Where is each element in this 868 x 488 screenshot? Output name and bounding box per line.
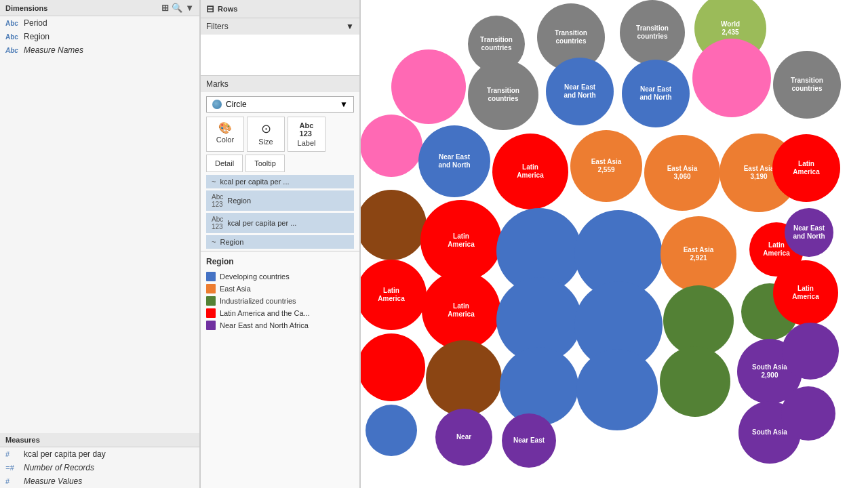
bubble-42[interactable] <box>781 386 835 441</box>
type-badge-period: Abc <box>5 20 20 27</box>
marks-header: Marks <box>201 76 359 92</box>
type-badge-measure-names: Abc <box>5 47 20 54</box>
bubble-11[interactable]: Near Eastand North <box>418 125 490 197</box>
dim-period-label: Period <box>24 18 47 28</box>
bubble-32[interactable] <box>426 340 502 416</box>
region-title: Region <box>206 257 354 266</box>
tooltip-button[interactable]: Tooltip <box>245 155 285 172</box>
bubble-13[interactable]: East Asia2,559 <box>570 130 642 202</box>
bubble-21[interactable]: East Asia2,921 <box>660 216 736 292</box>
bubble-8[interactable] <box>692 39 771 117</box>
detail-label: Detail <box>215 159 234 167</box>
field-icon-3: ~ <box>212 238 216 246</box>
measures-title: Measures <box>5 436 40 444</box>
bubble-34[interactable] <box>576 349 658 430</box>
bubble-10[interactable] <box>361 115 422 177</box>
type-badge-region: Abc <box>5 33 20 41</box>
bubble-5[interactable]: Transitioncountries <box>468 60 538 130</box>
size-button[interactable]: ⊙ Size <box>247 117 285 152</box>
measure-kcal[interactable]: # kcal per capita per day <box>0 447 199 461</box>
color-button[interactable]: 🎨 Color <box>206 117 244 152</box>
tooltip-label: Tooltip <box>254 159 276 167</box>
hash-badge-num-records: =# <box>5 464 20 472</box>
marks-label: Marks <box>206 79 229 89</box>
region-item-1[interactable]: East Asia <box>206 283 354 295</box>
bubble-14[interactable]: East Asia3,060 <box>644 135 720 211</box>
bubble-35[interactable] <box>660 346 730 417</box>
field-icon-0: ~ <box>212 178 216 186</box>
left-panel: Dimensions ⊞ 🔍 ▼ Abc Period Abc Region A… <box>0 0 200 488</box>
bubble-2[interactable]: Transitioncountries <box>620 0 685 65</box>
bubble-9[interactable]: Transitioncountries <box>773 51 841 119</box>
measures-header: Measures <box>0 433 199 447</box>
measure-values-label: Measure Values <box>24 476 82 486</box>
dimensions-toolbar: ⊞ 🔍 ▼ <box>161 3 194 13</box>
marks-type-dropdown[interactable]: Circle ▼ <box>206 96 354 113</box>
measures-section: Measures # kcal per capita per day =# Nu… <box>0 433 199 488</box>
marks-dropdown-arrow: ▼ <box>340 100 348 109</box>
bubble-30[interactable]: LatinAmerica <box>773 260 838 325</box>
search-icon[interactable]: 🔍 <box>172 3 182 13</box>
filters-label: Filters <box>206 22 229 31</box>
bubble-7[interactable]: Near Eastand North <box>622 60 690 127</box>
bubble-33[interactable] <box>500 347 578 426</box>
field-label-0: kcal per capita per ... <box>220 178 349 186</box>
region-label-2: Industrialized countries <box>220 297 296 305</box>
marks-field-kcal-1[interactable]: Abc123 kcal per capita per ... <box>206 213 354 233</box>
field-label-1: Region <box>227 197 349 205</box>
marks-section: Marks Circle ▼ 🎨 Color ⊙ Size Abc123 Lab… <box>201 76 359 251</box>
marks-field-region-1[interactable]: ~ Region <box>206 235 354 249</box>
region-item-3[interactable]: Latin America and the Ca... <box>206 307 354 319</box>
rows-icon: ⊟ <box>206 3 214 14</box>
chart-area: TransitioncountriesTransitioncountriesTr… <box>361 0 868 488</box>
region-item-0[interactable]: Developing countries <box>206 270 354 283</box>
bubble-38[interactable] <box>366 405 417 456</box>
marks-field-kcal-0[interactable]: ~ kcal per capita per ... <box>206 175 354 188</box>
region-color-2 <box>206 296 216 306</box>
size-label: Size <box>258 138 273 146</box>
marks-type-left: Circle <box>212 100 247 109</box>
rows-label: Rows <box>218 5 237 13</box>
region-label-0: Developing countries <box>220 272 290 281</box>
bubble-25[interactable]: LatinAmerica <box>422 271 500 350</box>
measure-num-records[interactable]: =# Number of Records <box>0 461 199 474</box>
label-button[interactable]: Abc123 Label <box>288 117 326 152</box>
bubble-6[interactable]: Near Eastand North <box>546 58 614 125</box>
bubble-16[interactable]: LatinAmerica <box>772 134 840 202</box>
marks-detail-row: Detail Tooltip <box>206 155 354 172</box>
marks-field-region-0[interactable]: Abc123 Region <box>206 190 354 211</box>
measure-num-records-label: Number of Records <box>24 463 94 472</box>
region-legend: Region Developing countries East Asia In… <box>201 251 359 337</box>
bubble-40[interactable]: Near East <box>502 413 556 468</box>
bubble-24[interactable]: LatinAmerica <box>361 260 427 330</box>
rows-header: ⊟ Rows <box>201 0 359 18</box>
bubble-23[interactable]: Near Eastand North <box>785 208 833 257</box>
bubble-37[interactable] <box>782 323 839 380</box>
dim-region-label: Region <box>24 32 50 41</box>
region-color-1 <box>206 284 216 293</box>
dim-period[interactable]: Abc Period <box>0 16 199 30</box>
bubble-4[interactable] <box>391 49 466 124</box>
field-icon-1: Abc123 <box>212 193 223 208</box>
bubble-18[interactable]: LatinAmerica <box>420 200 502 281</box>
bubble-28[interactable] <box>663 285 734 356</box>
grid-icon[interactable]: ⊞ <box>161 3 169 13</box>
dim-region[interactable]: Abc Region <box>0 30 199 43</box>
filters-header[interactable]: Filters ▼ <box>201 18 359 35</box>
region-label-3: Latin America and the Ca... <box>220 309 310 317</box>
region-item-2[interactable]: Industrialized countries <box>206 295 354 307</box>
filters-chevron: ▼ <box>346 22 354 31</box>
bubble-39[interactable]: Near <box>435 409 492 466</box>
dropdown-icon[interactable]: ▼ <box>185 3 194 13</box>
filters-section: Filters ▼ <box>201 18 359 76</box>
measure-values[interactable]: # Measure Values <box>0 474 199 488</box>
detail-button[interactable]: Detail <box>206 155 243 172</box>
bubble-17[interactable] <box>361 190 427 260</box>
dimensions-header: Dimensions ⊞ 🔍 ▼ <box>0 0 199 16</box>
bubble-31[interactable] <box>361 333 425 401</box>
measure-kcal-label: kcal per capita per day <box>24 449 106 459</box>
circle-icon <box>212 100 222 109</box>
region-item-4[interactable]: Near East and North Africa <box>206 319 354 331</box>
dim-measure-names[interactable]: Abc Measure Names <box>0 43 199 57</box>
bubble-12[interactable]: LatinAmerica <box>492 134 568 209</box>
